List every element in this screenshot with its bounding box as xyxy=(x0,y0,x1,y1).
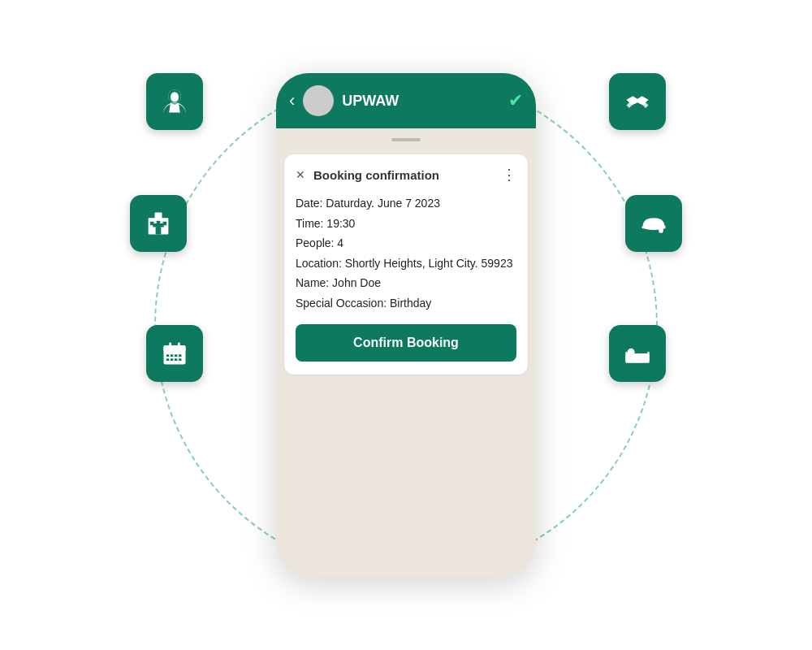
hospital-icon xyxy=(144,209,173,238)
svg-rect-16 xyxy=(171,354,173,357)
food-icon xyxy=(639,209,668,238)
booking-card: ✕ Booking confirmation ⋮ Date: Daturday.… xyxy=(284,154,528,375)
svg-rect-17 xyxy=(175,354,177,357)
svg-rect-15 xyxy=(166,354,169,357)
phone-header: ‹ UPWAW ✔ xyxy=(276,73,536,128)
svg-rect-12 xyxy=(164,345,186,352)
booking-occasion: Special Occasion: Birthday xyxy=(296,293,516,314)
beauty-icon xyxy=(160,87,189,116)
svg-rect-32 xyxy=(647,352,649,362)
booking-people: People: 4 xyxy=(296,233,516,254)
booking-date: Date: Daturday. June 7 2023 xyxy=(296,193,516,214)
svg-rect-14 xyxy=(178,343,180,349)
phone-shell: ‹ UPWAW ✔ ✕ Booking confirmation ⋮ Date:… xyxy=(276,73,536,577)
svg-rect-4 xyxy=(155,213,162,220)
svg-rect-8 xyxy=(150,222,154,226)
svg-rect-19 xyxy=(166,358,169,361)
svg-rect-13 xyxy=(169,343,171,349)
card-header: ✕ Booking confirmation ⋮ xyxy=(296,166,516,184)
verified-badge-icon: ✔ xyxy=(508,90,523,111)
food-icon-tile[interactable] xyxy=(625,195,682,252)
app-name: UPWAW xyxy=(342,93,500,110)
booking-name: Name: John Doe xyxy=(296,273,516,293)
confirm-booking-button[interactable]: Confirm Booking xyxy=(296,324,516,362)
hotel-icon-tile[interactable] xyxy=(609,325,666,382)
svg-rect-31 xyxy=(625,352,627,362)
more-options-button[interactable]: ⋮ xyxy=(502,166,516,184)
handshake-icon xyxy=(623,87,652,116)
svg-rect-28 xyxy=(625,361,649,363)
back-button[interactable]: ‹ xyxy=(289,90,295,111)
svg-rect-6 xyxy=(153,223,164,228)
calendar-icon xyxy=(160,339,189,368)
scroll-handle xyxy=(391,138,421,141)
hotel-icon xyxy=(623,339,652,368)
svg-rect-9 xyxy=(163,222,167,226)
calendar-icon-tile[interactable] xyxy=(146,325,203,382)
avatar xyxy=(303,85,334,116)
beauty-icon-tile[interactable] xyxy=(146,73,203,130)
chat-area: ✕ Booking confirmation ⋮ Date: Daturday.… xyxy=(276,128,536,577)
scene: ‹ UPWAW ✔ ✕ Booking confirmation ⋮ Date:… xyxy=(122,32,690,618)
booking-details: Date: Daturday. June 7 2023 Time: 19:30 … xyxy=(296,193,516,313)
svg-rect-18 xyxy=(179,354,181,357)
svg-rect-20 xyxy=(171,358,173,361)
svg-rect-21 xyxy=(175,358,177,361)
hospital-icon-tile[interactable] xyxy=(130,195,187,252)
booking-time: Time: 19:30 xyxy=(296,214,516,234)
svg-rect-7 xyxy=(156,228,162,235)
close-button[interactable]: ✕ xyxy=(296,168,305,181)
svg-point-2 xyxy=(171,92,179,102)
svg-point-30 xyxy=(628,349,635,356)
booking-location: Location: Shortly Heights, Light City. 5… xyxy=(296,254,516,274)
handshake-icon-tile[interactable] xyxy=(609,73,666,130)
card-title: Booking confirmation xyxy=(313,168,502,182)
svg-rect-22 xyxy=(179,358,181,361)
